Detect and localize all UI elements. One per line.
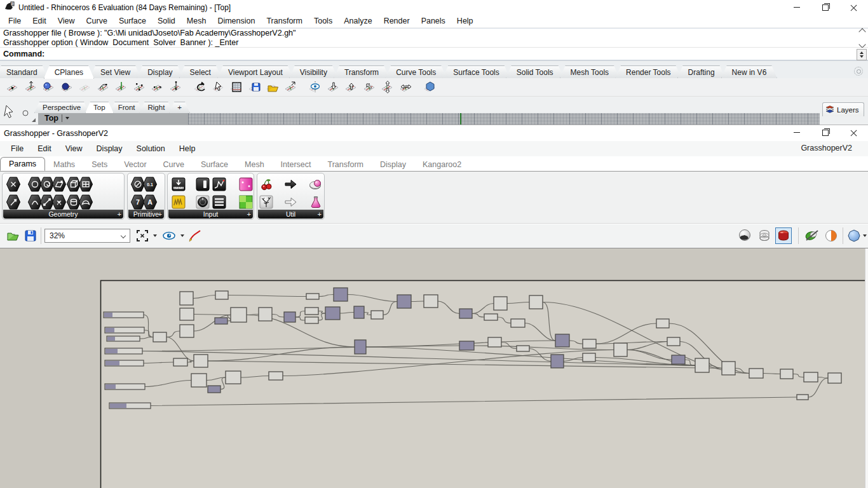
toolbar-tab-select[interactable]: Select (179, 65, 222, 79)
component-node[interactable] (484, 314, 498, 320)
slider-handle[interactable] (110, 403, 126, 408)
component-node[interactable] (583, 353, 595, 362)
component-node[interactable] (180, 325, 194, 337)
component-node[interactable] (488, 337, 501, 347)
cplane-upleft-icon[interactable] (362, 79, 377, 95)
component-node[interactable] (269, 372, 283, 380)
button-input-icon[interactable] (172, 177, 186, 192)
component-node[interactable] (583, 339, 596, 348)
component-node-selected[interactable] (208, 386, 220, 393)
component-node[interactable] (695, 358, 709, 372)
component-node[interactable] (226, 371, 241, 384)
world-cplane-icon[interactable] (423, 79, 438, 95)
scroll-up-icon[interactable] (858, 28, 865, 35)
toolbar-tab-set-view[interactable]: Set View (90, 65, 141, 79)
component-node[interactable] (494, 297, 507, 310)
gh-tab-vector[interactable]: Vector (116, 158, 154, 171)
copy-cplane-icon[interactable] (283, 79, 299, 95)
cplane-3point-icon[interactable] (132, 79, 147, 95)
display-quality-icon[interactable] (846, 228, 862, 243)
gh-tab-display[interactable]: Display (372, 158, 414, 171)
component-node[interactable] (231, 308, 247, 322)
data-dam-icon[interactable] (309, 177, 323, 192)
component-node-selected[interactable] (551, 355, 564, 368)
number-param-icon[interactable]: 0.1 (143, 177, 157, 192)
undo-cplane-icon[interactable] (193, 79, 208, 95)
plane-param-icon[interactable] (52, 177, 66, 192)
gear-icon[interactable] (854, 67, 863, 76)
mesh-param-icon[interactable] (79, 177, 93, 192)
close-button[interactable] (839, 0, 868, 15)
gh-menu-display[interactable]: Display (90, 143, 130, 154)
component-node[interactable] (305, 308, 318, 315)
cplane-flip-icon[interactable] (398, 79, 414, 95)
gh-tab-transform[interactable]: Transform (320, 158, 372, 171)
menu-file[interactable]: File (3, 15, 27, 27)
cplane-down-icon[interactable] (326, 79, 341, 95)
preview-off-icon[interactable] (737, 228, 752, 243)
geometry-null-icon[interactable] (6, 177, 20, 192)
point-param-icon[interactable] (52, 194, 66, 210)
command-input-row[interactable]: Command: (0, 48, 868, 60)
gh-menu-solution[interactable]: Solution (130, 143, 172, 154)
cplane-sphere-icon[interactable] (41, 79, 57, 95)
zoom-extents-dropdown-icon[interactable] (153, 234, 157, 237)
palette-group-expand-icon[interactable]: + (247, 210, 251, 219)
menu-solid[interactable]: Solid (152, 15, 181, 27)
component-node-selected[interactable] (397, 295, 411, 308)
component-node[interactable] (780, 369, 793, 379)
node-graph[interactable] (0, 248, 868, 488)
component-node-selected[interactable] (354, 306, 364, 318)
menu-transform[interactable]: Transform (261, 15, 308, 27)
viewport-tab-perspective[interactable]: Perspective (34, 102, 89, 113)
component-node-selected[interactable] (459, 309, 472, 318)
menu-tools[interactable]: Tools (308, 15, 338, 27)
gh-tab-mesh[interactable]: Mesh (236, 158, 273, 171)
toolbar-tab-visibility[interactable]: Visibility (289, 65, 338, 79)
graph-mapper-icon[interactable] (212, 177, 226, 192)
preview-wireframe-icon[interactable] (757, 228, 772, 243)
component-node[interactable] (306, 294, 319, 299)
gh-menu-edit[interactable]: Edit (31, 143, 58, 154)
component-node[interactable] (153, 332, 166, 342)
menu-help[interactable]: Help (451, 15, 479, 27)
command-history[interactable]: Grasshopper file ( Browse ): "G:\Mi unid… (0, 28, 868, 48)
menu-edit[interactable]: Edit (27, 15, 52, 27)
menu-analyze[interactable]: Analyze (338, 15, 377, 27)
component-node[interactable] (511, 319, 525, 327)
text-param-icon[interactable]: A (143, 194, 157, 210)
toggle-input-icon[interactable] (196, 177, 210, 192)
component-node[interactable] (173, 358, 187, 366)
toolbar-tab-surface-tools[interactable]: Surface Tools (442, 65, 510, 79)
colour-swatch-icon[interactable] (239, 194, 253, 210)
cplane-zaxis-icon[interactable] (114, 79, 129, 95)
zoom-extents-icon[interactable] (135, 228, 150, 243)
component-node-selected[interactable] (325, 307, 340, 320)
preview-eye-icon[interactable] (161, 228, 177, 243)
component-node[interactable] (722, 362, 735, 375)
preview-colours-icon[interactable] (824, 228, 839, 243)
gh-restore-button[interactable] (811, 125, 839, 140)
gh-menu-view[interactable]: View (58, 143, 90, 154)
toolbar-tab-drafting[interactable]: Drafting (677, 65, 726, 79)
cplane-sphere-dark-icon[interactable] (60, 79, 75, 95)
galapagos-flask-icon[interactable] (309, 194, 323, 210)
component-node[interactable] (305, 317, 318, 323)
component-node-selected[interactable] (555, 334, 569, 347)
palette-group-expand-icon[interactable]: + (318, 210, 322, 219)
component-node-selected[interactable] (459, 341, 474, 350)
jump-in-icon[interactable] (283, 177, 297, 192)
slider-handle[interactable] (104, 313, 112, 317)
cplane-through-eye-icon[interactable] (308, 79, 323, 95)
canvas-group-frame[interactable] (101, 281, 868, 488)
menu-curve[interactable]: Curve (81, 15, 113, 27)
toolbar-tab-viewport-layout[interactable]: Viewport Layout (217, 65, 294, 79)
component-node[interactable] (804, 372, 818, 382)
gh-menu-file[interactable]: File (4, 143, 31, 154)
viewport-tab-front[interactable]: Front (110, 102, 144, 113)
toolbar-tab-transform[interactable]: Transform (334, 65, 390, 79)
value-list-icon[interactable] (212, 194, 226, 210)
component-node[interactable] (215, 291, 228, 299)
quality-dropdown-icon[interactable] (863, 234, 867, 237)
component-node[interactable] (180, 292, 193, 305)
